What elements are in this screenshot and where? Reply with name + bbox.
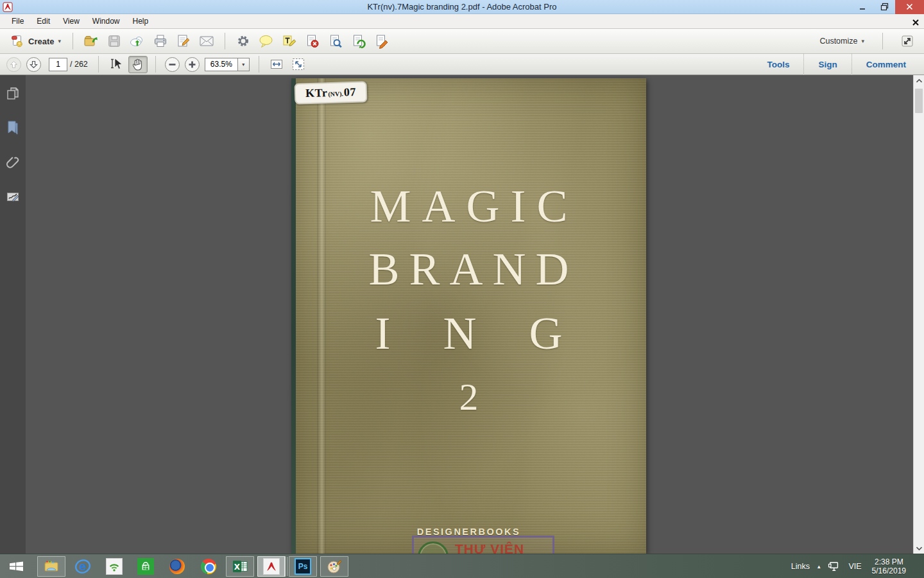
comment-bubble-button[interactable]	[255, 31, 278, 51]
zoom-in-button[interactable]	[184, 57, 200, 73]
document-pane[interactable]: KTr(NV).07 MAGIC BRAND ING 2 DESIGNERBOO…	[26, 75, 913, 554]
fullscreen-toggle-icon[interactable]	[896, 31, 919, 51]
main-toolbar: Create ▾ Customize ▾	[0, 29, 924, 54]
taskbar-internet-explorer[interactable]: e	[69, 556, 97, 577]
select-tool-button[interactable]	[107, 56, 126, 73]
create-icon	[10, 34, 24, 48]
tools-pane-tab[interactable]: Tools	[753, 54, 803, 75]
taskbar-firefox[interactable]	[163, 556, 191, 577]
taskbar-windows-store[interactable]	[132, 556, 160, 577]
scrollbar-thumb[interactable]	[915, 89, 923, 113]
fill-sign-button[interactable]	[370, 31, 393, 51]
save-file-button[interactable]	[103, 31, 126, 51]
library-call-number-label: KTr(NV).07	[295, 81, 368, 104]
menu-window[interactable]: Window	[86, 15, 126, 28]
attachments-icon[interactable]	[4, 153, 22, 171]
close-menubar-icon[interactable]	[912, 17, 919, 28]
edit-pdf-button[interactable]	[172, 31, 195, 51]
toolbar-separator	[98, 56, 99, 73]
page-number-input[interactable]	[49, 58, 67, 71]
create-caret-icon: ▾	[58, 38, 61, 44]
fit-page-button[interactable]	[289, 56, 308, 73]
call-number-class: KTr	[305, 86, 328, 100]
create-button[interactable]: Create ▾	[5, 32, 66, 50]
export-convert-button[interactable]	[347, 31, 370, 51]
pdf-page-book-cover[interactable]: KTr(NV).07 MAGIC BRAND ING 2 DESIGNERBOO…	[291, 78, 646, 554]
toolbar-separator	[882, 33, 883, 49]
zoom-level-input[interactable]: 63.5%	[205, 58, 238, 71]
sign-pane-tab[interactable]: Sign	[803, 54, 851, 75]
taskbar-wifi-app[interactable]	[100, 556, 128, 577]
vertical-scrollbar[interactable]	[913, 75, 924, 554]
menu-view[interactable]: View	[56, 15, 86, 28]
windows-taskbar: e X Ps Links ▴ VIE 2:38 PM 5/16/2019	[0, 554, 924, 578]
links-toolbar-label[interactable]: Links	[791, 562, 810, 571]
cover-title-line-1: MAGIC	[291, 180, 646, 233]
library-stamp: THƯ VIỆN	[412, 536, 554, 554]
windows-logo-icon	[8, 558, 24, 575]
zoom-out-button[interactable]	[164, 57, 180, 73]
chrome-icon	[201, 559, 216, 574]
system-tray: Links ▴ VIE 2:38 PM 5/16/2019	[791, 554, 924, 578]
scroll-up-icon[interactable]	[914, 75, 924, 86]
cover-title-line-4: 2	[291, 375, 646, 419]
zoom-dropdown-button[interactable]: ▾	[238, 58, 250, 71]
taskbar-file-explorer[interactable]	[37, 556, 65, 577]
taskbar-excel[interactable]: X	[226, 556, 254, 577]
window-title: KTr(nv).7Magic branding 2.pdf - Adobe Ac…	[0, 2, 924, 12]
next-page-button[interactable]	[26, 57, 42, 73]
start-button[interactable]	[0, 554, 32, 578]
create-label: Create	[28, 37, 54, 46]
previous-page-button[interactable]	[6, 57, 22, 73]
toolbar-separator	[73, 33, 73, 49]
menu-bar: File Edit View Window Help	[0, 14, 924, 29]
scroll-down-icon[interactable]	[914, 543, 924, 554]
customize-button[interactable]: Customize ▾	[814, 34, 869, 48]
photoshop-icon: Ps	[295, 558, 311, 575]
toolbar-separator	[259, 56, 259, 73]
menu-file[interactable]: File	[5, 15, 30, 28]
taskbar-paint[interactable]	[320, 556, 348, 577]
toolbar-separator	[225, 33, 225, 49]
taskbar-clock[interactable]: 2:38 PM 5/16/2019	[869, 557, 906, 575]
acrobat-window: KTr(nv).7Magic branding 2.pdf - Adobe Ac…	[0, 0, 924, 578]
upload-cloud-button[interactable]	[126, 31, 149, 51]
minimize-button[interactable]	[851, 0, 873, 14]
network-icon[interactable]	[828, 561, 841, 572]
taskbar-chrome[interactable]	[194, 556, 223, 577]
highlight-text-button[interactable]	[278, 31, 301, 51]
menu-edit[interactable]: Edit	[30, 15, 56, 28]
cover-title-line-3: ING	[291, 307, 646, 360]
hand-tool-button[interactable]	[128, 56, 148, 73]
call-number-digits: 07	[344, 85, 357, 100]
library-stamp-text: THƯ VIỆN	[455, 541, 524, 554]
fit-width-button[interactable]	[267, 56, 286, 73]
close-button[interactable]	[895, 0, 924, 14]
signatures-icon[interactable]	[4, 188, 22, 206]
scrollbar-track[interactable]	[914, 86, 924, 543]
taskbar-photoshop[interactable]: Ps	[289, 556, 317, 577]
customize-label: Customize	[819, 37, 857, 46]
comment-pane-tab[interactable]: Comment	[851, 54, 920, 75]
bookmarks-icon[interactable]	[4, 119, 22, 137]
svg-text:e: e	[79, 560, 87, 573]
cover-title-line-2: BRAND	[291, 243, 646, 296]
email-button[interactable]	[195, 31, 218, 51]
navigation-panel-sidebar	[0, 75, 26, 554]
clock-date: 5/16/2019	[872, 566, 906, 575]
taskbar-acrobat-active[interactable]	[257, 556, 286, 577]
title-bar: KTr(nv).7Magic branding 2.pdf - Adobe Ac…	[0, 0, 924, 14]
svg-text:X: X	[234, 562, 241, 571]
language-indicator[interactable]: VIE	[848, 562, 861, 571]
toolbar-separator	[155, 56, 156, 73]
menu-help[interactable]: Help	[126, 15, 155, 28]
library-stamp-emblem-icon	[418, 541, 449, 554]
page-thumbnails-icon[interactable]	[4, 84, 22, 102]
preferences-gear-button[interactable]	[232, 31, 255, 51]
print-button[interactable]	[149, 31, 172, 51]
tray-expand-icon[interactable]: ▴	[817, 563, 821, 570]
search-page-button[interactable]	[324, 31, 347, 51]
restore-button[interactable]	[873, 0, 895, 14]
open-file-button[interactable]	[80, 31, 103, 51]
delete-pages-button[interactable]	[301, 31, 324, 51]
